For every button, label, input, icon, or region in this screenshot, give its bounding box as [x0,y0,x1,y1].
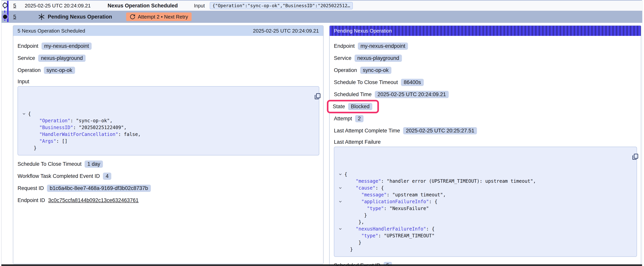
code-line: "BusinessID": "20250225122409", [20,124,305,131]
field-value-badge: 86400s [401,79,424,86]
retry-icon [130,14,136,20]
event-name: Nexus Operation Scheduled [108,3,178,9]
field-label: Endpoint [18,43,38,49]
collapse-chevron-icon[interactable] [336,198,344,205]
code-line: "applicationFailureInfo": { [336,198,623,205]
code-line: "Args": [] [20,138,305,145]
asterisk-icon [38,13,45,21]
event-id-link[interactable]: 5 [13,3,16,9]
left-panel-header: 5 Nexus Operation Scheduled 2025-02-25 U… [13,26,323,36]
field-value-badge: 1 day [84,160,103,168]
field-label: Schedule To Close Timeout [334,79,398,85]
field-label: Operation [18,67,41,73]
field-row: Workflow Task Completed Event ID 4 [18,172,319,180]
field-label: Service [18,55,35,61]
field-value-badge: sync-op-ok [44,67,75,74]
endpoint-id-link[interactable]: 3c0c75ccfa8144b092c13ce632463761 [48,197,138,203]
annotation-highlight-state: State Blocked [327,100,379,113]
field-row: Operation sync-op-ok [334,66,637,75]
code-line: "message": "handler error (UPSTREAM_TIME… [336,178,623,185]
failure-section-label: Last Attempt Failure [334,138,637,145]
field-value-badge: 2025-02-25 UTC 20:24:09.21 [375,91,449,98]
code-line: "type": "UPSTREAM_TIMEOUT" [336,232,623,239]
pending-operation-panel: Pending Nexus Operation Endpoint my-nexu… [329,25,641,266]
input-json-block: { "Operation": "sync-op-ok", "BusinessID… [18,86,319,155]
field-label: Endpoint ID [18,197,45,203]
field-row: Endpoint my-nexus-endpoint [334,42,637,50]
field-value-badge: 4 [103,173,111,180]
event-dot-open-icon [2,2,8,9]
history-row-scheduled[interactable]: 5 2025-02-25 UTC 20:24:09.21 Nexus Opera… [2,1,642,11]
field-value-badge: sync-op-ok [360,67,392,74]
field-row: Request ID b1c6a4bc-8ee7-468a-9169-df3b0… [18,184,319,192]
field-label: Workflow Task Completed Event ID [18,173,100,179]
code-line: { [336,171,623,178]
attempt-retry-badge: Attempt 2 • Next Retry [126,13,192,21]
field-value-badge: 2 [355,115,364,122]
field-label: Request ID [18,185,44,191]
window-left-border [1,0,2,266]
code-line: } [336,239,623,246]
field-row: Schedule To Close Timeout 1 day [18,160,319,168]
field-label: Schedule To Close Timeout [18,161,82,167]
field-label: Last Attempt Complete Time [334,128,400,134]
left-panel-timestamp: 2025-02-25 UTC 20:24:09.21 [253,28,319,34]
copy-icon[interactable] [308,90,315,97]
field-value-badge: nexus-playground [354,55,402,62]
right-panel-header: Pending Nexus Operation [330,26,641,36]
field-label: Scheduled Time [334,92,372,98]
field-row: Endpoint ID 3c0c75ccfa8144b092c13ce63246… [18,196,319,205]
code-line: }, [336,219,623,226]
field-value-badge: my-nexus-endpoint [42,43,92,50]
field-row: Service nexus-playground [18,54,319,62]
field-label: State [333,104,345,110]
input-preview-chip[interactable]: {"Operation":"sync-op-ok","BusinessID":"… [210,2,353,9]
pending-id-link[interactable]: 5 [13,14,16,20]
event-timestamp: 2025-02-25 UTC 20:24:09.21 [25,3,91,9]
field-value-badge: 2025-02-25 UTC 20:25:27.51 [403,127,477,134]
field-value-badge: my-nexus-endpoint [358,43,408,50]
field-value-badge: b1c6a4bc-8ee7-468a-9169-df3b02c8737b [47,185,151,192]
field-row: Scheduled Time 2025-02-25 UTC 20:24:09.2… [334,90,637,99]
code-line: "nexusHandlerFailureInfo": { [336,226,623,232]
scheduled-event-panel: 5 Nexus Operation Scheduled 2025-02-25 U… [13,25,324,264]
field-row: Last Attempt Complete Time 2025-02-25 UT… [334,126,637,135]
left-panel-title: 5 Nexus Operation Scheduled [18,28,85,34]
collapse-chevron-icon[interactable] [336,171,344,178]
code-line: "type": "NexusFailure" [336,205,623,212]
input-section-label: Input [18,78,319,85]
field-row: Service nexus-playground [334,54,637,62]
collapse-chevron-icon[interactable] [336,226,344,232]
field-row: Schedule To Close Timeout 86400s [334,78,637,87]
window-bottom-edge [1,264,642,266]
field-row: Operation sync-op-ok [18,66,319,75]
scrollbar[interactable] [642,1,644,266]
field-row: Endpoint my-nexus-endpoint [18,42,319,50]
code-line: "HandlerWaitForCancellation": false, [20,131,305,138]
code-line: { [20,111,305,117]
collapse-chevron-icon[interactable] [20,111,28,117]
history-row-pending[interactable]: 5 Pending Nexus Operation Attempt 2 • Ne… [2,11,642,23]
field-label: Endpoint [334,43,355,49]
field-label: Operation [334,67,357,73]
state-badge: Blocked [348,103,372,110]
failure-json-block: { "message": "handler error (UPSTREAM_TI… [334,147,637,257]
state-field-row: State Blocked [334,102,637,111]
field-value-badge: nexus-playground [38,55,86,62]
input-label: Input [194,3,205,9]
code-line: } [20,145,305,152]
event-dot-active-icon [2,13,8,21]
code-line: } [336,246,623,253]
code-line: "cause": { [336,185,623,191]
copy-icon[interactable] [626,150,633,158]
collapse-chevron-icon[interactable] [336,185,344,191]
field-row: Attempt 2 [334,114,637,123]
right-panel-title: Pending Nexus Operation [334,28,392,34]
pending-event-name: Pending Nexus Operation [48,14,112,20]
field-label: Attempt [334,116,352,122]
code-line: } [336,212,623,219]
code-line: "Operation": "sync-op-ok", [20,117,305,124]
field-label: Service [334,55,352,61]
attempt-retry-label: Attempt 2 • Next Retry [138,14,188,20]
code-line: "message": "upstream timeout", [336,191,623,198]
